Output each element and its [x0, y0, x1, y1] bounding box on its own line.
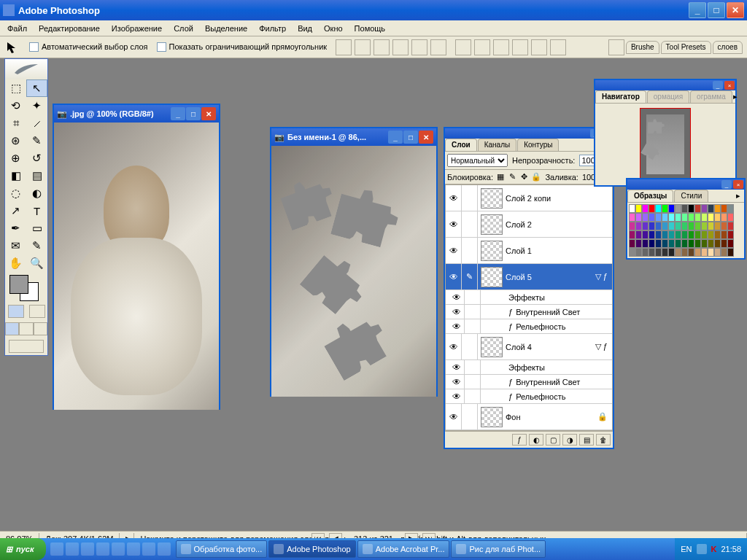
- swatch[interactable]: [721, 230, 727, 239]
- menu-Окно[interactable]: Окно: [318, 22, 349, 35]
- swatch[interactable]: [727, 230, 734, 239]
- ql-icon[interactable]: [112, 542, 125, 556]
- swatch[interactable]: [649, 230, 655, 239]
- visibility-icon[interactable]: 👁: [449, 389, 465, 403]
- panel-menu-icon[interactable]: ▸: [733, 90, 738, 103]
- ql-icon[interactable]: [81, 542, 94, 556]
- swatch[interactable]: [727, 213, 734, 222]
- well-tab-presets[interactable]: Tool Presets: [661, 41, 711, 54]
- set-button[interactable]: ▢: [546, 434, 560, 446]
- type-tool[interactable]: T: [26, 202, 47, 219]
- layer-thumb[interactable]: [481, 241, 503, 261]
- dist-btn[interactable]: [531, 39, 547, 55]
- visibility-icon[interactable]: 👁: [449, 290, 465, 304]
- panel-close-button[interactable]: ×: [733, 180, 743, 189]
- swatch[interactable]: [694, 248, 701, 257]
- doc-max-button[interactable]: □: [186, 107, 201, 120]
- link-cell[interactable]: [462, 238, 478, 263]
- layer-thumb[interactable]: [481, 188, 503, 209]
- swatch[interactable]: [708, 239, 714, 248]
- swatch[interactable]: [642, 239, 649, 248]
- swatch[interactable]: [649, 213, 655, 222]
- swatch[interactable]: [642, 213, 649, 222]
- visibility-icon[interactable]: 👁: [449, 305, 465, 319]
- swatch[interactable]: [688, 213, 694, 222]
- swatch[interactable]: [635, 213, 642, 222]
- menu-Вид[interactable]: Вид: [292, 22, 318, 35]
- swatch[interactable]: [714, 230, 721, 239]
- layer-thumb[interactable]: [481, 407, 503, 427]
- standard-mode[interactable]: [8, 305, 24, 318]
- tab-styles[interactable]: Стили: [674, 190, 708, 202]
- menu-Фильтр[interactable]: Фильтр: [253, 22, 292, 35]
- swatch[interactable]: [721, 248, 727, 257]
- layer-row[interactable]: 👁ƒРельефность: [446, 319, 612, 334]
- swatch[interactable]: [708, 248, 714, 257]
- ql-icon[interactable]: [142, 542, 155, 556]
- swatch[interactable]: [642, 204, 649, 213]
- layer-row[interactable]: 👁Эффекты: [446, 360, 612, 375]
- visibility-icon[interactable]: 👁: [449, 375, 465, 389]
- lock-paint-icon[interactable]: ✎: [508, 172, 516, 182]
- swatch[interactable]: [694, 204, 701, 213]
- doc1-canvas[interactable]: [54, 122, 219, 410]
- visibility-icon[interactable]: 👁: [446, 404, 462, 429]
- visibility-icon[interactable]: 👁: [449, 319, 465, 333]
- pen-tool[interactable]: ✒: [5, 219, 26, 237]
- blur-tool[interactable]: ◌: [5, 184, 26, 202]
- swatch[interactable]: [635, 239, 642, 248]
- layer-row[interactable]: 👁ƒРельефность: [446, 389, 612, 404]
- doc2-titlebar[interactable]: 📷 Без имени-1 @ 86,... _ □ ✕: [271, 128, 436, 146]
- swatch[interactable]: [714, 222, 721, 230]
- quickmask-mode[interactable]: [29, 305, 45, 318]
- swatch[interactable]: [708, 213, 714, 222]
- swatch[interactable]: [694, 213, 701, 222]
- lock-all-icon[interactable]: 🔒: [531, 172, 541, 182]
- visibility-icon[interactable]: 👁: [446, 264, 462, 289]
- document-window-1[interactable]: 📷 .jpg @ 100% (RGB/8#) _ □ ✕: [53, 104, 220, 410]
- lang-indicator[interactable]: EN: [681, 545, 692, 553]
- swatch[interactable]: [721, 204, 727, 213]
- swatch[interactable]: [655, 230, 662, 239]
- swatch[interactable]: [668, 239, 675, 248]
- delete-button[interactable]: 🗑: [596, 434, 611, 446]
- menu-Выделение[interactable]: Выделение: [199, 22, 253, 35]
- swatch[interactable]: [701, 204, 708, 213]
- kaspersky-icon[interactable]: K: [711, 545, 717, 553]
- swatch[interactable]: [701, 230, 708, 239]
- heal-tool[interactable]: ⊛: [5, 132, 26, 149]
- swatch[interactable]: [662, 222, 668, 230]
- dodge-tool[interactable]: ◐: [26, 184, 47, 202]
- swatch[interactable]: [662, 230, 668, 239]
- swatch[interactable]: [629, 230, 635, 239]
- swatch[interactable]: [629, 248, 635, 257]
- ql-icon[interactable]: [66, 542, 79, 556]
- menu-Редактирование[interactable]: Редактирование: [33, 22, 106, 35]
- well-tab-layers[interactable]: слоев: [713, 41, 743, 54]
- swatch[interactable]: [708, 222, 714, 230]
- swatch[interactable]: [714, 213, 721, 222]
- swatch[interactable]: [668, 213, 675, 222]
- swatch[interactable]: [655, 213, 662, 222]
- swatch[interactable]: [701, 248, 708, 257]
- swatch[interactable]: [694, 230, 701, 239]
- task-button[interactable]: Adobe Acrobat Pr...: [357, 540, 450, 558]
- panel-menu-icon[interactable]: ▸: [732, 190, 744, 202]
- swatch[interactable]: [668, 204, 675, 213]
- lock-trans-icon[interactable]: ▦: [497, 172, 505, 182]
- doc-close-button[interactable]: ✕: [419, 131, 433, 144]
- swatch[interactable]: [675, 222, 681, 230]
- menu-Помощь[interactable]: Помощь: [349, 22, 392, 35]
- doc-close-button[interactable]: ✕: [201, 107, 216, 120]
- swatch[interactable]: [668, 222, 675, 230]
- swatch[interactable]: [668, 230, 675, 239]
- swatch[interactable]: [662, 204, 668, 213]
- swatch[interactable]: [727, 222, 734, 230]
- doc2-canvas[interactable]: [271, 146, 436, 397]
- zoom-tool[interactable]: 🔍: [26, 254, 47, 272]
- swatch[interactable]: [688, 230, 694, 239]
- doc1-titlebar[interactable]: 📷 .jpg @ 100% (RGB/8#) _ □ ✕: [54, 105, 219, 122]
- screen-full[interactable]: [34, 322, 47, 335]
- lock-move-icon[interactable]: ✥: [520, 172, 528, 182]
- show-bounds-checkbox[interactable]: Показать ограничивающий прямоугольник: [157, 42, 328, 52]
